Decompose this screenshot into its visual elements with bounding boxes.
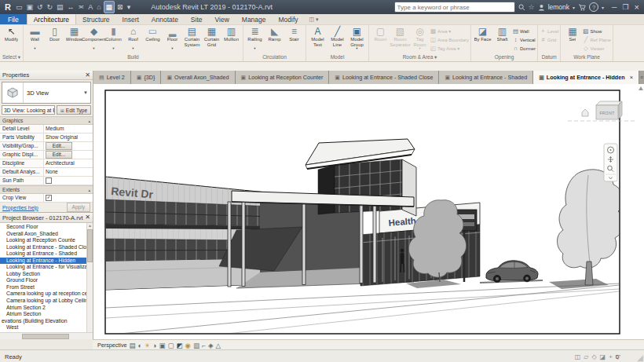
user-icon[interactable] xyxy=(538,4,545,11)
crop-view-icon[interactable]: ▣ xyxy=(159,341,166,350)
print-icon[interactable]: ▤ xyxy=(55,2,65,13)
project-browser-hscrollbar[interactable] xyxy=(0,332,93,339)
type-selector-chevron-icon[interactable]: ▼ xyxy=(83,90,88,95)
properties-close-icon[interactable]: ✕ xyxy=(85,72,90,79)
btn-build-curtain-system[interactable]: ▤Curtain System xyxy=(182,26,202,51)
measure-icon[interactable]: ↔ xyxy=(66,2,76,13)
ribbon-tab-site[interactable]: Site xyxy=(185,14,209,24)
tab-list-button[interactable]: ≡ xyxy=(639,71,644,84)
browser-item-atrium-section-2[interactable]: Atrium Section 2 xyxy=(0,305,93,312)
btn-build-ceiling[interactable]: ▭Ceiling xyxy=(143,26,163,51)
close-button[interactable]: × xyxy=(635,2,639,12)
aligned-dimension-icon[interactable]: ≍ xyxy=(77,2,86,13)
btn-circulation-stair[interactable]: ≡Stair xyxy=(284,26,304,51)
view-tab-looking-at-entrance-hidden[interactable]: ▣Looking at Entrance - Hidden× xyxy=(533,71,639,84)
ribbon-display-toggle[interactable]: ◫ ▾ xyxy=(309,14,319,24)
edit-button[interactable]: Edit... xyxy=(46,151,72,159)
shadows-icon[interactable]: ◑ xyxy=(152,341,156,350)
crop-view-checkbox[interactable]: ✓ xyxy=(46,195,52,201)
btn-opening-dormer[interactable]: ∩Dormer xyxy=(512,44,536,53)
select-by-face-icon[interactable]: ◪ xyxy=(600,353,606,360)
resize-grip[interactable]: ◢ xyxy=(637,353,643,362)
btn-build-door[interactable]: ▯Door xyxy=(45,26,64,51)
browser-item-ground-floor[interactable]: Ground Floor xyxy=(0,277,93,284)
browser-item-looking-at-entrance-for-visualizat[interactable]: Looking at Entrance - for Visualizat xyxy=(0,264,93,271)
minimize-button[interactable]: ─ xyxy=(612,3,617,11)
close-hidden-windows-icon[interactable]: ⊠ xyxy=(115,2,125,13)
save-icon[interactable]: ▣ xyxy=(24,2,35,13)
close-view-tab-icon[interactable]: × xyxy=(630,74,633,81)
btn-circulation-ramp[interactable]: ◣Ramp xyxy=(265,26,284,51)
drawing-area[interactable]: Revit Dr xyxy=(93,84,644,339)
username[interactable]: lemonk xyxy=(548,3,569,11)
sun-path-icon[interactable]: ☀ xyxy=(145,341,151,350)
building-model[interactable]: Revit Dr xyxy=(105,139,623,334)
ribbon-tab-structure[interactable]: Structure xyxy=(76,14,116,24)
ribbon-tab-file[interactable]: File xyxy=(0,14,27,24)
visual-style-icon[interactable]: ◐ xyxy=(138,341,142,350)
btn-build-roof[interactable]: ⌂Roof▾ xyxy=(123,26,143,51)
property-value[interactable]: Show Original xyxy=(44,133,93,141)
btn-select-modify[interactable]: ↖Modify xyxy=(2,26,21,51)
search-input[interactable] xyxy=(394,2,515,13)
canvas-scroll-up-icon[interactable] xyxy=(639,86,643,90)
btn-work-plane-show[interactable]: ▧Show xyxy=(582,27,610,35)
view-tab-looking-at-entrance-shaded-close[interactable]: ▣Looking at Entrance - Shaded Close xyxy=(329,71,439,84)
redo-icon[interactable]: ↻ xyxy=(46,2,55,13)
ribbon-tab-architecture[interactable]: Architecture xyxy=(27,14,76,24)
viewcube-home-icon[interactable] xyxy=(582,109,588,116)
detail-level-icon[interactable]: ▤ xyxy=(130,341,136,350)
browser-item-from-street[interactable]: From Street xyxy=(0,284,93,291)
undo-icon[interactable]: ↺ xyxy=(35,2,45,13)
ribbon-tab-view[interactable]: View xyxy=(209,14,236,24)
view-tab-overall-axon-shaded[interactable]: ▣Overall Axon_Shaded xyxy=(161,71,235,84)
select-links-icon[interactable]: ◫ xyxy=(575,353,581,360)
search-icon[interactable] xyxy=(518,4,525,11)
btn-build-mullion[interactable]: ▥Mullion xyxy=(221,26,241,51)
browser-item-looking-at-entrance-shaded[interactable]: Looking at Entrance - Shaded xyxy=(0,250,93,258)
show-constraints-icon[interactable]: ⌐ xyxy=(202,341,206,350)
btn-opening-by-face[interactable]: ◪By Face xyxy=(473,26,492,51)
switch-windows-icon[interactable]: ▾ xyxy=(126,2,133,13)
browser-item-camera-looking-up-at-reception-ce[interactable]: Camera looking up at reception ce xyxy=(0,291,93,298)
ribbon-tab-modify[interactable]: Modify xyxy=(273,14,305,24)
view-tab-looking-at-entrance-shaded[interactable]: ▣Looking at Entrance - Shaded xyxy=(439,71,533,84)
edit-type-button[interactable]: ⊞ Edit Type xyxy=(57,105,91,115)
reveal-hidden-elements-icon[interactable]: ◉ xyxy=(185,341,191,350)
btn-build-wall[interactable]: ▬Wall▾ xyxy=(25,26,45,51)
browser-item-camera-looking-up-at-lobby-ceiling[interactable]: Camera looking up at Lobby Ceiling xyxy=(0,298,93,305)
property-value[interactable]: Architectural xyxy=(44,159,93,167)
browser-item-overall-axon-shaded[interactable]: Overall Axon_Shaded xyxy=(0,231,93,238)
browser-item-atrium-section[interactable]: Atrium Section xyxy=(0,311,93,318)
browser-item-west[interactable]: West xyxy=(0,324,93,331)
browser-item-evations-building-elevation[interactable]: evations (Building Elevation xyxy=(0,318,93,325)
btn-model-model-text[interactable]: AModel Text xyxy=(308,26,327,51)
property-value[interactable]: Medium xyxy=(44,125,93,133)
app-store-icon[interactable] xyxy=(578,4,586,11)
btn-model-model-line[interactable]: ╱Model Line xyxy=(327,26,347,51)
section-header-graphics[interactable]: Graphics▴ xyxy=(0,116,93,125)
displace-elements-icon[interactable]: ◈ xyxy=(208,341,214,350)
apply-button[interactable]: Apply xyxy=(67,203,91,212)
edit-button[interactable]: Edit... xyxy=(46,142,72,150)
properties-header[interactable]: Properties ✕ xyxy=(0,71,93,80)
view-tab-3d[interactable]: ▣{3D} xyxy=(131,71,162,84)
browser-item-looking-at-reception-counte[interactable]: Looking at Reception Counte xyxy=(0,237,93,244)
project-browser-header[interactable]: Project Browser - 012170-A.rvt ✕ xyxy=(0,213,93,223)
btn-circulation-railing[interactable]: ≣Railing▾ xyxy=(245,26,265,51)
help-chevron-icon[interactable]: ▾ xyxy=(602,5,604,10)
temporary-view-properties-icon[interactable]: ▥ xyxy=(193,341,199,350)
revit-logo-icon[interactable]: R xyxy=(5,2,11,12)
btn-model-model-group[interactable]: ▣Model Group▾ xyxy=(347,26,367,51)
thin-lines-icon[interactable]: ▦ xyxy=(104,1,115,13)
show-crop-region-icon[interactable]: ▢ xyxy=(168,341,174,350)
type-selector[interactable]: 3D View ▼ xyxy=(2,82,91,104)
btn-build-column[interactable]: ▮Column▾ xyxy=(104,26,123,51)
btn-build-curtain-grid[interactable]: ▦Curtain Grid xyxy=(202,26,221,51)
user-menu-chevron-icon[interactable]: ▾ xyxy=(573,5,575,10)
select-pinned-icon[interactable]: ◇ xyxy=(591,353,596,360)
btn-build-floor[interactable]: ▂Floor▾ xyxy=(163,26,182,51)
viewcube[interactable]: FRONT xyxy=(568,101,637,121)
select-underlay-icon[interactable]: ▱ xyxy=(584,353,588,360)
properties-help-link[interactable]: Properties help xyxy=(2,205,38,210)
